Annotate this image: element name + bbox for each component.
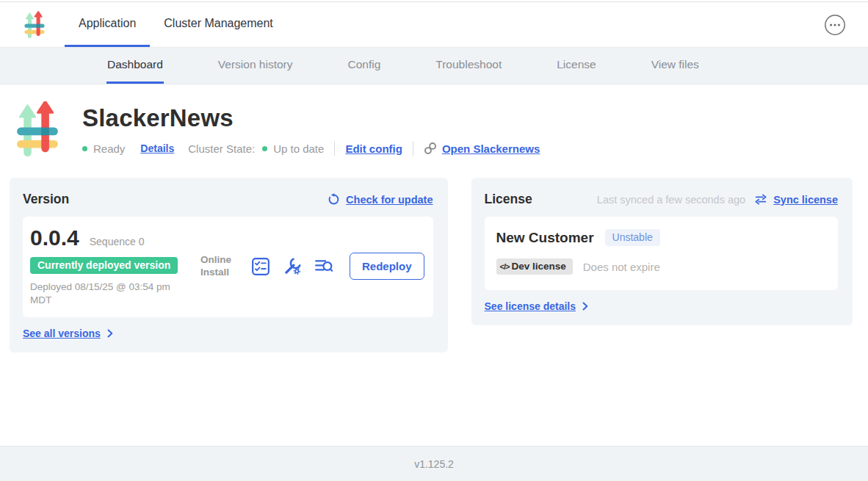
open-app-label: Open Slackernews [442, 142, 540, 155]
license-card-title: License [485, 192, 532, 207]
sync-license-link[interactable]: Sync license [773, 194, 838, 206]
sequence-label: Sequence 0 [90, 236, 145, 247]
divider [413, 141, 413, 156]
app-logo-small [24, 11, 45, 39]
preflight-checks-button[interactable] [251, 257, 270, 276]
details-link[interactable]: Details [140, 142, 174, 154]
version-number-row: 0.0.4 Sequence 0 [30, 225, 200, 250]
version-card: Version Check for update 0.0.4 Sequence [10, 178, 448, 352]
subnav-license-label: License [557, 58, 596, 71]
check-update-action[interactable]: Check for update [328, 193, 433, 206]
edit-config-icon [283, 257, 302, 276]
license-type-badge: </> Dev license [496, 258, 573, 275]
refresh-icon [328, 193, 340, 206]
overflow-menu-icon [824, 14, 846, 36]
sync-license-action: Last synced a few seconds ago Sync licen… [597, 194, 838, 206]
subnav-dashboard[interactable]: Dashboard [106, 48, 164, 84]
dashboard-main: SlackerNews Ready Details Cluster State:… [0, 84, 868, 446]
license-expiry: Does not expire [583, 261, 660, 273]
see-license-details-link[interactable]: See license details [485, 300, 589, 312]
chevron-right-icon [582, 302, 588, 311]
link-icon [424, 142, 437, 155]
version-card-header: Version Check for update [23, 192, 433, 207]
preflight-checks-icon [251, 257, 270, 276]
slackernews-logo-icon [16, 101, 59, 158]
last-synced-label: Last synced a few seconds ago [597, 194, 745, 206]
subnav-view-files[interactable]: View files [651, 48, 700, 84]
license-type-label: Dev license [511, 261, 565, 272]
edit-config-link[interactable]: Edit config [345, 142, 402, 155]
tab-application-label: Application [79, 17, 136, 30]
app-status-row: Ready Details Cluster State: Up to date … [82, 141, 540, 156]
open-app-link[interactable]: Open Slackernews [424, 142, 540, 155]
app-subnav: Dashboard Version history Config Trouble… [0, 48, 868, 84]
cluster-state-label: Cluster State: [188, 142, 255, 155]
admin-console-page: Application Cluster Management Dashboard… [0, 0, 868, 481]
see-all-versions-label: See all versions [23, 328, 101, 339]
subnav-troubleshoot-label: Troubleshoot [435, 58, 502, 71]
redeploy-button[interactable]: Redeploy [350, 253, 424, 280]
subnav-troubleshoot[interactable]: Troubleshoot [435, 48, 502, 84]
code-icon: </> [500, 262, 510, 271]
subnav-view-files-label: View files [651, 58, 699, 71]
cluster-status-dot [262, 146, 267, 151]
overflow-menu-button[interactable] [824, 14, 846, 36]
sync-icon [754, 194, 767, 205]
primary-tabs: Application Cluster Management [65, 2, 287, 47]
chevron-right-icon [107, 329, 113, 338]
deployed-timestamp: Deployed 08/15/25 @ 03:54 pm MDT [30, 281, 181, 307]
cluster-state-value: Up to date [273, 142, 324, 155]
page-title: SlackerNews [82, 104, 540, 132]
slackernews-logo-icon [24, 11, 45, 39]
subnav-license[interactable]: License [556, 48, 596, 84]
license-card: License Last synced a few seconds ago Sy… [471, 178, 853, 325]
divider [334, 141, 335, 156]
license-type-row: </> Dev license Does not expire [496, 258, 823, 275]
subnav-dashboard-label: Dashboard [107, 58, 163, 71]
deploy-logs-button[interactable] [314, 257, 333, 276]
see-license-details-label: See license details [485, 300, 576, 312]
subnav-version-history-label: Version history [218, 58, 293, 71]
check-update-link[interactable]: Check for update [346, 194, 433, 206]
customer-name: New Customer [496, 230, 594, 246]
tab-application[interactable]: Application [65, 2, 150, 47]
app-state-label: Ready [93, 142, 125, 155]
license-summary-panel: New Customer Unstable </> Dev license Do… [485, 217, 838, 290]
see-all-versions-link[interactable]: See all versions [23, 328, 113, 339]
deployed-badge: Currently deployed version [30, 257, 178, 274]
edit-config-button[interactable] [283, 257, 302, 276]
title-block: SlackerNews Ready Details Cluster State:… [82, 101, 540, 158]
subnav-config-label: Config [348, 58, 381, 71]
version-number: 0.0.4 [30, 225, 79, 250]
app-logo-large [16, 101, 59, 158]
deploy-logs-icon [314, 258, 333, 275]
subnav-config[interactable]: Config [347, 48, 382, 84]
console-version: v1.125.2 [414, 458, 454, 470]
app-status-dot [82, 146, 87, 151]
dashboard-cards: Version Check for update 0.0.4 Sequence [0, 178, 868, 352]
version-card-title: Version [23, 192, 69, 207]
channel-badge: Unstable [605, 229, 660, 246]
subnav-version-history[interactable]: Version history [217, 48, 294, 84]
current-version-info: 0.0.4 Sequence 0 Currently deployed vers… [30, 225, 200, 307]
primary-header: Application Cluster Management [0, 2, 868, 48]
current-version-panel: 0.0.4 Sequence 0 Currently deployed vers… [23, 217, 433, 317]
version-actions: Online Install [200, 253, 424, 280]
app-title-row: SlackerNews Ready Details Cluster State:… [0, 101, 868, 158]
install-type-label: Online Install [200, 254, 239, 279]
tab-cluster-management-label: Cluster Management [164, 17, 273, 30]
tab-cluster-management[interactable]: Cluster Management [150, 2, 287, 47]
license-card-header: License Last synced a few seconds ago Sy… [485, 192, 838, 207]
console-footer: v1.125.2 [0, 446, 868, 481]
customer-row: New Customer Unstable [496, 229, 823, 246]
